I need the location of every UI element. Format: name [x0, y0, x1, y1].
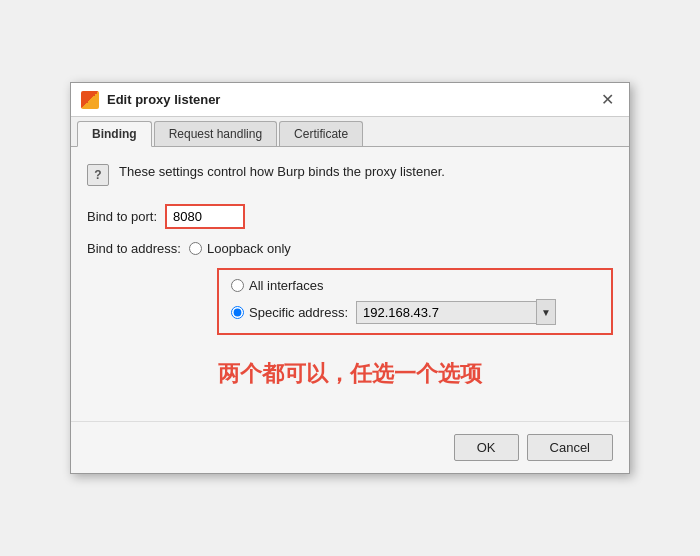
app-icon: [81, 91, 99, 109]
all-interfaces-radio-label[interactable]: All interfaces: [231, 278, 323, 293]
bind-port-label: Bind to port:: [87, 209, 157, 224]
address-select-wrapper: ▼: [356, 299, 556, 325]
address-options-box: All interfaces Specific address: ▼: [217, 268, 613, 335]
loopback-radio[interactable]: [189, 242, 202, 255]
dialog-title: Edit proxy listener: [107, 92, 220, 107]
address-dropdown-btn[interactable]: ▼: [536, 299, 556, 325]
bind-port-row: Bind to port:: [87, 204, 613, 229]
tab-certificate[interactable]: Certificate: [279, 121, 363, 146]
tab-binding[interactable]: Binding: [77, 121, 152, 147]
cancel-button[interactable]: Cancel: [527, 434, 613, 461]
content-area: ? These settings control how Burp binds …: [71, 147, 629, 421]
bind-address-row: Bind to address: Loopback only: [87, 241, 613, 256]
info-box: ? These settings control how Burp binds …: [87, 163, 613, 186]
ok-button[interactable]: OK: [454, 434, 519, 461]
help-icon: ?: [87, 164, 109, 186]
tab-request-handling[interactable]: Request handling: [154, 121, 277, 146]
all-interfaces-text: All interfaces: [249, 278, 323, 293]
specific-address-radio[interactable]: [231, 306, 244, 319]
specific-address-row: Specific address: ▼: [231, 299, 599, 325]
specific-address-label: Specific address:: [249, 305, 348, 320]
loopback-radio-label[interactable]: Loopback only: [189, 241, 291, 256]
address-input[interactable]: [356, 301, 536, 324]
close-button[interactable]: ✕: [595, 88, 619, 112]
specific-address-radio-label[interactable]: Specific address:: [231, 305, 348, 320]
tab-bar: Binding Request handling Certificate: [71, 117, 629, 147]
bind-address-label: Bind to address:: [87, 241, 181, 256]
annotation-text: 两个都可以，任选一个选项: [87, 359, 613, 389]
title-bar: Edit proxy listener ✕: [71, 83, 629, 117]
footer: OK Cancel: [71, 421, 629, 473]
all-interfaces-row: All interfaces: [231, 278, 599, 293]
port-input[interactable]: [165, 204, 245, 229]
edit-proxy-dialog: Edit proxy listener ✕ Binding Request ha…: [70, 82, 630, 474]
loopback-text: Loopback only: [207, 241, 291, 256]
info-text: These settings control how Burp binds th…: [119, 163, 445, 181]
all-interfaces-radio[interactable]: [231, 279, 244, 292]
title-bar-left: Edit proxy listener: [81, 91, 220, 109]
